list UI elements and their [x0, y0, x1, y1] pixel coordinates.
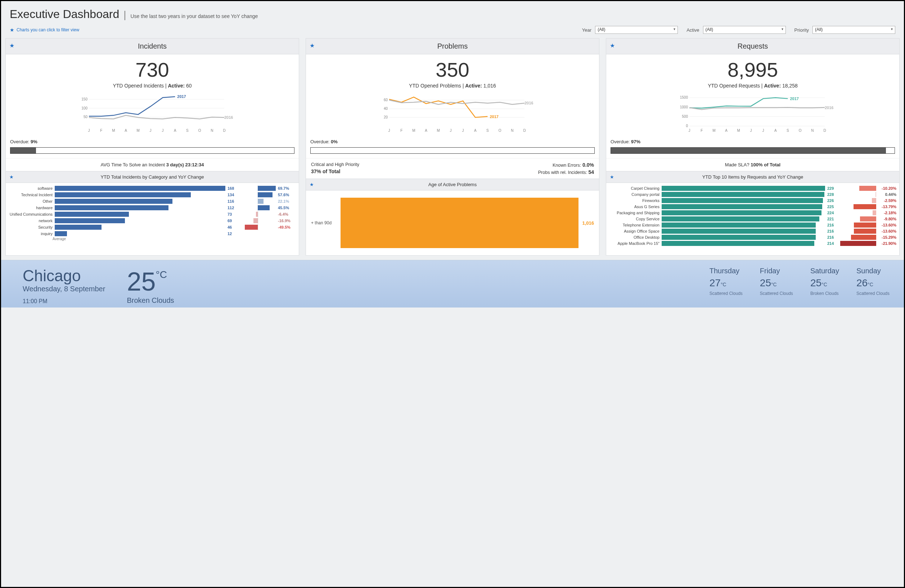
item-value: 221 [827, 217, 838, 221]
requests-sub-pre: YTD Opened Requests | [708, 83, 764, 89]
incidents-avg-row: AVG Time To Solve an Incident 3 day(s) 2… [6, 158, 299, 171]
svg-text:D: D [223, 129, 225, 132]
svg-text:J: J [149, 129, 151, 132]
requests-sub-bold: Active: [764, 83, 781, 89]
item-value: 214 [827, 241, 838, 246]
svg-text:2016: 2016 [524, 101, 533, 105]
forecast-day-temp: 26°C [856, 277, 889, 289]
item-value: 216 [827, 235, 838, 240]
active-filter-label: Active [686, 27, 699, 33]
svg-text:S: S [486, 129, 489, 132]
requests-line-chart[interactable]: 050010001500JFMAMJJASOND20172016 [606, 92, 899, 136]
incidents-category-header: ★ YTD Total Incidents by Category and Yo… [6, 171, 299, 183]
problems-age-val: 1,016 [582, 220, 594, 226]
item-value: 226 [827, 199, 838, 203]
forecast-day-name: Sunday [856, 267, 889, 275]
svg-text:S: S [186, 129, 189, 132]
item-yoy: -15.29% [878, 235, 896, 240]
svg-text:J: J [762, 129, 764, 132]
page-subtitle: Use the last two years in your dataset t… [130, 13, 258, 19]
category-value: 69 [227, 219, 238, 223]
category-yoy: -6.4% [278, 212, 295, 216]
svg-text:1000: 1000 [680, 105, 688, 109]
item-value: 224 [827, 211, 838, 215]
incidents-category-title: YTD Total Incidents by Category and YoY … [100, 174, 204, 180]
svg-text:O: O [499, 129, 502, 132]
category-value: 12 [227, 232, 238, 236]
svg-text:A: A [174, 129, 176, 132]
incidents-avg-label: AVG Time To Solve an Incident [100, 162, 166, 167]
requests-subline: YTD Opened Requests | Active: 18,258 [606, 81, 899, 92]
category-yoy: 22.1% [278, 199, 295, 203]
problems-age-chart[interactable]: + than 90d 1,016 [311, 198, 594, 248]
requests-sla-row: Made SLA? 100% of Total [606, 158, 899, 171]
forecast-day-name: Saturday [810, 267, 839, 275]
incidents-avg-val: 3 day(s) 23:12:34 [166, 162, 204, 167]
svg-text:N: N [811, 129, 814, 132]
forecast-day-temp: 25°C [810, 277, 839, 289]
incidents-overdue-bar[interactable] [10, 147, 294, 154]
svg-text:F: F [100, 129, 102, 132]
incidents-category-bars[interactable]: software16869.7%Technical Incident13457.… [6, 183, 299, 238]
svg-text:150: 150 [81, 97, 87, 101]
problems-count: 350 [306, 54, 599, 81]
problems-sub-val: 1,016 [482, 83, 496, 89]
item-value: 216 [827, 223, 838, 227]
problems-age-header: ★ Age of Active Problems [306, 179, 599, 191]
filter-bar: ★ Charts you can click to filter view Ye… [1, 24, 904, 38]
item-label: Telephone Extension [609, 223, 659, 227]
problems-overdue-bar[interactable] [310, 147, 595, 154]
category-label: Technical Incident [10, 192, 52, 197]
priority-filter-dropdown[interactable]: (All) [813, 26, 895, 34]
item-yoy: -13.79% [878, 205, 896, 209]
item-yoy: -2.59% [878, 199, 896, 203]
forecast-day: Sunday 26°C Scattered Clouds [856, 267, 889, 296]
category-label: network [10, 219, 52, 223]
category-yoy: -16.9% [278, 219, 295, 223]
problems-metrics: Critical and High Priority 37% of Total … [306, 158, 599, 179]
requests-sla-label: Made SLA? [725, 162, 751, 167]
problems-age-bar [341, 198, 578, 248]
requests-overdue-bar[interactable] [611, 147, 895, 154]
incidents-overdue-row: Overdue: 9% [6, 136, 299, 146]
header-divider: | [124, 9, 126, 21]
forecast-day: Thursday 27°C Scattered Clouds [710, 267, 743, 296]
category-yoy: 45.5% [278, 206, 295, 210]
year-filter-dropdown[interactable]: (All) [595, 26, 678, 34]
problems-overdue-val: 0% [329, 139, 337, 145]
svg-text:M: M [437, 129, 440, 132]
problems-rel-label: Probs with rel. Incidents: [538, 170, 589, 175]
active-filter-dropdown[interactable]: (All) [703, 26, 786, 34]
problems-line-chart[interactable]: 204060JFMAMJJASOND20172016 [306, 92, 599, 136]
svg-text:J: J [449, 129, 451, 132]
problems-title: Problems [437, 42, 468, 50]
svg-text:50: 50 [84, 115, 88, 119]
item-label: Carpet Cleaning [609, 186, 659, 191]
svg-text:F: F [400, 129, 402, 132]
svg-text:M: M [737, 129, 740, 132]
weather-date: Wednesday, 8 September [23, 285, 105, 293]
item-yoy: 0.44% [878, 192, 896, 197]
svg-text:M: M [713, 129, 715, 132]
weather-temp: 25°C [127, 267, 174, 296]
svg-text:A: A [425, 129, 427, 132]
problems-age-title: Age of Active Problems [429, 182, 476, 187]
item-label: Copy Service [609, 217, 659, 221]
incidents-line-chart[interactable]: 50100150JFMAMJJASOND20172016 [6, 92, 299, 136]
svg-text:N: N [211, 129, 213, 132]
weather-condition: Broken Clouds [127, 296, 174, 305]
svg-text:J: J [388, 129, 390, 132]
requests-top10-bars[interactable]: Carpet Cleaning229-10.20%Company portal2… [606, 183, 899, 247]
svg-text:M: M [112, 129, 115, 132]
category-label: software [10, 186, 52, 191]
item-value: 225 [827, 205, 838, 209]
problems-subline: YTD Opened Problems | Active: 1,016 [306, 81, 599, 92]
problems-card: ★ Problems 350 YTD Opened Problems | Act… [306, 38, 599, 256]
category-label: Security [10, 225, 52, 229]
requests-title: Requests [738, 42, 768, 50]
svg-text:20: 20 [384, 115, 388, 119]
problems-overdue-row: Overdue: 0% [306, 136, 599, 146]
forecast-day: Friday 25°C Scattered Clouds [760, 267, 793, 296]
category-value: 134 [227, 192, 238, 197]
item-label: Office Desktop [609, 235, 659, 240]
